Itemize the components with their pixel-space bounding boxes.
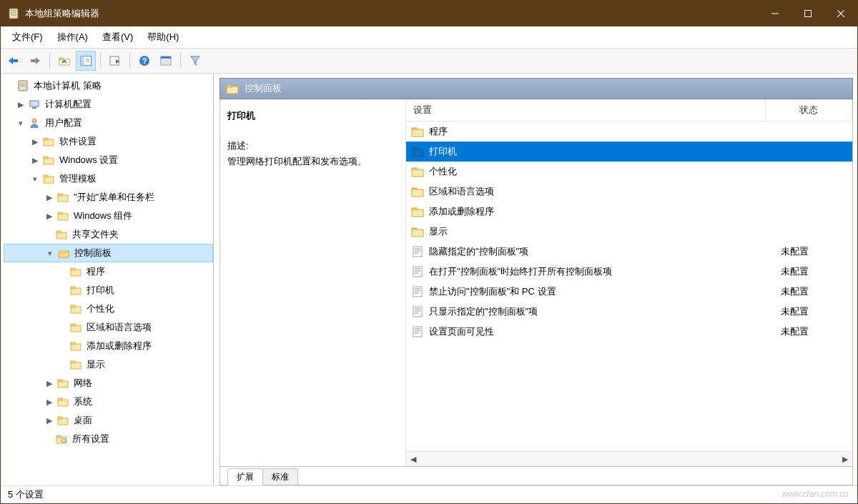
chevron-right-icon[interactable]: ▶ [44,377,55,389]
folder-icon [69,284,82,297]
tree-personalization[interactable]: 个性化 [4,300,213,318]
filter-button[interactable] [185,51,205,71]
row-pagevis[interactable]: 设置页面可见性未配置 [406,322,852,342]
folder-icon [56,414,69,427]
tree-software-settings[interactable]: ▶软件设置 [4,132,213,151]
svg-rect-86 [413,267,422,277]
svg-rect-9 [12,59,18,62]
column-setting[interactable]: 设置 [406,99,766,121]
svg-rect-40 [58,194,62,196]
policy-icon [410,305,425,319]
tab-standard[interactable]: 标准 [262,468,298,485]
policy-icon [410,285,425,299]
computer-icon [28,98,41,111]
svg-point-32 [32,119,36,123]
tree-windows-settings[interactable]: ▶Windows 设置 [4,151,213,169]
row-hide[interactable]: 隐藏指定的"控制面板"项未配置 [406,242,852,262]
chevron-right-icon[interactable]: ▶ [44,192,55,203]
chevron-right-icon[interactable]: ▶ [29,136,41,147]
svg-rect-13 [59,58,64,60]
chevron-right-icon[interactable]: ▶ [15,99,26,110]
tree-control-panel[interactable]: ▾控制面板 [4,244,213,262]
row-showonly[interactable]: 只显示指定的"控制面板"项未配置 [406,302,852,322]
menu-help[interactable]: 帮助(H) [140,28,186,46]
column-state[interactable]: 状态 [766,99,852,121]
chevron-down-icon[interactable]: ▾ [29,173,41,184]
tree-computer-config[interactable]: ▶计算机配置 [4,95,213,114]
tree-display[interactable]: 显示 [4,355,213,374]
help-button[interactable]: ? [134,51,154,71]
menu-view[interactable]: 查看(V) [95,28,140,46]
settings-folder-icon [55,433,68,445]
row-addremove[interactable]: 添加或删除程序 [406,202,852,222]
folder-icon [410,184,425,199]
scroll-left-icon[interactable]: ◀ [406,452,420,466]
properties-button[interactable] [156,51,176,71]
folder-icon [226,83,239,94]
tree-pane[interactable]: 本地计算机 策略 ▶计算机配置 ▾用户配置 ▶软件设置 ▶Windows 设置 … [1,74,214,485]
horizontal-scrollbar[interactable]: ◀ ▶ [406,451,852,466]
path-header: 控制面板 [220,78,853,99]
document-icon [16,79,29,92]
svg-rect-52 [71,305,75,307]
tree-all-settings[interactable]: 所有设置 [4,430,213,448]
row-open-all[interactable]: 在打开"控制面板"时始终打开所有控制面板项未配置 [406,262,852,282]
tree-printers[interactable]: 打印机 [4,281,213,300]
svg-rect-81 [412,229,423,237]
row-deny[interactable]: 禁止访问"控制面板"和 PC 设置未配置 [406,282,852,302]
svg-rect-94 [413,307,422,317]
menu-file[interactable]: 文件(F) [5,28,50,46]
row-programs[interactable]: 程序 [406,122,852,142]
statusbar: 5 个设置 [1,485,857,503]
tree-windows-components[interactable]: ▶Windows 组件 [4,207,213,225]
tree-system[interactable]: ▶系统 [4,392,213,411]
tree-start-taskbar[interactable]: ▶"开始"菜单和任务栏 [4,188,213,207]
status-text: 5 个设置 [8,488,44,501]
maximize-button[interactable] [792,1,824,26]
titlebar: 本地组策略编辑器 [1,1,857,26]
row-display[interactable]: 显示 [406,222,852,242]
scroll-right-icon[interactable]: ▶ [838,452,852,466]
chevron-down-icon[interactable]: ▾ [44,247,56,259]
list-body[interactable]: 程序 打印机 个性化 区域和语言选项 添加或删除程序 显示 隐藏指定的"控制面板… [406,122,852,451]
folder-icon [56,191,69,204]
svg-rect-11 [31,59,36,62]
tree-shared-folders[interactable]: 共享文件夹 [4,225,213,244]
menubar: 文件(F) 操作(A) 查看(V) 帮助(H) [1,26,857,49]
description-label: 描述: [227,139,398,152]
tree-root[interactable]: 本地计算机 策略 [4,76,213,95]
tree-user-config[interactable]: ▾用户配置 [4,114,213,132]
chevron-down-icon[interactable]: ▾ [15,117,26,129]
menu-action[interactable]: 操作(A) [50,28,95,46]
folder-icon [55,228,68,241]
tree-admin-templates[interactable]: ▾管理模板 [4,169,213,188]
back-button[interactable] [4,51,24,71]
chevron-right-icon[interactable]: ▶ [44,396,55,407]
tree-network[interactable]: ▶网络 [4,374,213,392]
svg-rect-30 [30,101,39,107]
forward-button[interactable] [25,51,45,71]
chevron-right-icon[interactable]: ▶ [44,210,55,222]
chevron-right-icon[interactable]: ▶ [44,415,55,426]
tree-region[interactable]: 区域和语言选项 [4,318,213,337]
folder-icon [69,302,82,315]
show-hide-tree-button[interactable] [76,51,96,71]
tree-programs[interactable]: 程序 [4,262,213,281]
svg-rect-15 [81,56,84,66]
folder-icon [410,164,425,179]
tab-extended[interactable]: 扩展 [227,468,263,485]
row-printers[interactable]: 打印机 [406,142,852,162]
svg-rect-31 [32,107,36,109]
close-button[interactable] [824,1,857,26]
row-region[interactable]: 区域和语言选项 [406,182,852,202]
tree-desktop[interactable]: ▶桌面 [4,411,213,430]
minimize-button[interactable] [759,1,792,26]
chevron-right-icon[interactable]: ▶ [29,154,41,166]
up-button[interactable] [54,51,74,71]
export-button[interactable] [105,51,125,71]
folder-icon [69,321,82,334]
folder-icon [410,124,425,139]
svg-rect-64 [58,417,62,419]
row-personalization[interactable]: 个性化 [406,162,852,182]
tree-add-remove[interactable]: 添加或删除程序 [4,337,213,355]
